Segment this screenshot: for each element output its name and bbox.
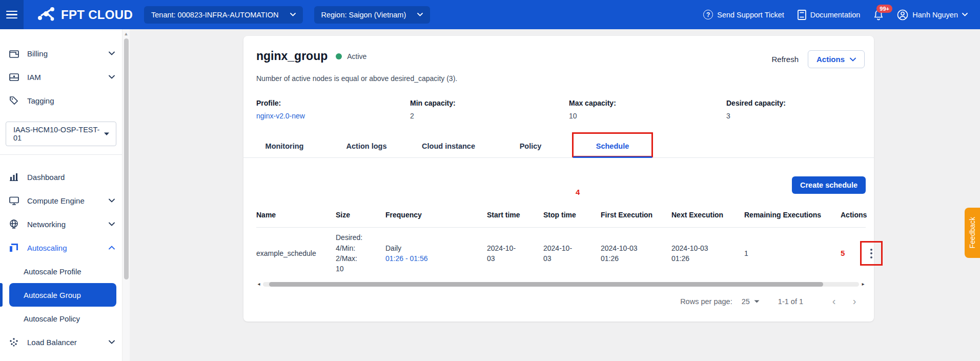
tab-schedule[interactable]: Schedule: [571, 134, 654, 157]
chevron-down-icon: [109, 222, 115, 226]
tab-monitoring[interactable]: Monitoring: [243, 134, 325, 157]
sidebar-item-dashboard[interactable]: Dashboard: [0, 165, 122, 189]
rows-per-page-select[interactable]: 25: [742, 297, 760, 306]
feedback-tab[interactable]: Feedback: [965, 208, 980, 258]
cell-first-execution: 2024-10-03 01:26: [601, 243, 671, 264]
send-support-ticket-link[interactable]: ? Send Support Ticket: [703, 10, 784, 19]
sidebar-subitem-autoscale-group[interactable]: Autoscale Group: [9, 283, 116, 307]
scroll-right-arrow-icon[interactable]: ▸: [861, 281, 866, 287]
sidebar-subitem-autoscale-profile[interactable]: Autoscale Profile: [0, 259, 122, 283]
cell-start-time: 2024-10- 03: [487, 243, 543, 264]
annotation-box-kebab: [860, 241, 883, 266]
size-line: 10: [336, 264, 380, 274]
sidebar-item-label: Networking: [27, 220, 66, 229]
monitor-icon: [8, 196, 19, 205]
create-schedule-button[interactable]: Create schedule: [792, 176, 866, 194]
previous-page-button[interactable]: ‹: [824, 295, 844, 307]
tab-action-logs[interactable]: Action logs: [325, 134, 407, 157]
sidebar-item-load-balancer[interactable]: Load Balancer: [0, 330, 122, 354]
sidebar-item-label: Load Balancer: [27, 338, 77, 347]
region-selector[interactable]: Region: Saigon (Vietnam): [314, 6, 431, 24]
sidebar-scrollbar[interactable]: ▲: [122, 29, 130, 361]
chevron-down-icon: [109, 340, 115, 344]
frequency-value: Daily: [385, 243, 482, 253]
profile-label: Profile:: [256, 99, 410, 107]
sidebar-item-label: IAM: [27, 73, 41, 82]
tab-policy[interactable]: Policy: [489, 134, 571, 157]
sidebar-item-networking[interactable]: Networking: [0, 212, 122, 236]
topbar-right-group: ? Send Support Ticket Documentation: [703, 9, 968, 21]
next-page-button[interactable]: ›: [844, 295, 865, 307]
sidebar-subitem-label: Autoscale Group: [24, 291, 81, 299]
app-window: FPT CLOUD Tenant: 000823-INFRA-AUTOMATIO…: [0, 0, 980, 361]
tab-label: Monitoring: [266, 142, 304, 150]
tab-label: Action logs: [346, 142, 387, 150]
top-navbar: FPT CLOUD Tenant: 000823-INFRA-AUTOMATIO…: [0, 0, 980, 29]
max-capacity-label: Max capacity:: [569, 99, 726, 107]
project-select[interactable]: IAAS-HCM10-OSP-TEST-01: [6, 122, 116, 146]
tab-cloud-instance[interactable]: Cloud instance: [407, 134, 489, 157]
tag-icon: [8, 96, 19, 105]
feedback-label: Feedback: [968, 217, 976, 248]
hamburger-menu-button[interactable]: [0, 0, 24, 29]
tenant-label: Tenant: 000823-INFRA-AUTOMATION: [151, 11, 278, 19]
support-question-icon: ?: [703, 10, 713, 19]
region-label: Region: Saigon (Vietnam): [321, 11, 406, 19]
document-icon: [798, 10, 806, 20]
sidebar-scrollbar-thumb[interactable]: [124, 38, 129, 279]
desired-capacity-label: Desired capacity:: [726, 99, 861, 107]
sidebar-subitem-label: Autoscale Profile: [24, 267, 81, 276]
cell-size: Desired: 4/Min: 2/Max: 10: [336, 232, 385, 274]
stop-time-line: 03: [543, 253, 596, 264]
scroll-left-arrow-icon[interactable]: ◂: [256, 281, 261, 287]
status-badge: Active: [347, 52, 366, 61]
main-content: nginx_group Active Refresh Actions Numbe…: [130, 29, 980, 361]
max-capacity-field: Max capacity: 10: [569, 99, 726, 120]
scroll-up-arrow-icon[interactable]: ▲: [124, 31, 129, 36]
page-title: nginx_group: [256, 49, 328, 63]
chevron-down-icon: [290, 13, 296, 16]
caret-down-icon: [104, 132, 110, 136]
sidebar-item-tagging[interactable]: Tagging: [0, 89, 122, 112]
brand-logo[interactable]: FPT CLOUD: [37, 7, 133, 23]
autoscaling-icon: [8, 243, 19, 252]
sidebar-item-container[interactable]: Container: [0, 354, 122, 361]
desired-capacity-value: 3: [726, 112, 861, 120]
table-horizontal-scrollbar[interactable]: ◂ ▸: [256, 281, 866, 287]
chevron-down-icon: [417, 13, 423, 16]
stop-time-line: 2024-10-: [543, 243, 596, 253]
profile-link[interactable]: nginx-v2.0-new: [256, 112, 410, 120]
size-line: 2/Max:: [336, 253, 380, 264]
refresh-button[interactable]: Refresh: [771, 55, 799, 64]
cell-actions: 5: [841, 241, 883, 266]
sidebar-item-iam[interactable]: IAM: [0, 65, 122, 89]
tenant-selector[interactable]: Tenant: 000823-INFRA-AUTOMATION: [144, 6, 302, 24]
documentation-label: Documentation: [810, 11, 861, 19]
notifications-button[interactable]: 99+: [873, 9, 884, 21]
sidebar-item-compute-engine[interactable]: Compute Engine: [0, 189, 122, 212]
row-actions-kebab-button[interactable]: [867, 246, 875, 262]
sidebar-item-autoscaling[interactable]: Autoscaling: [0, 236, 122, 259]
frequency-time-link[interactable]: 01:26 - 01:56: [385, 253, 482, 264]
bar-chart-icon: [8, 173, 19, 181]
support-label: Send Support Ticket: [717, 11, 784, 19]
sidebar-subitem-autoscale-policy[interactable]: Autoscale Policy: [0, 307, 122, 330]
table-row: example_schedule Desired: 4/Min: 2/Max: …: [256, 228, 866, 279]
scrollbar-thumb[interactable]: [269, 282, 824, 287]
cell-name: example_schedule: [256, 248, 336, 258]
documentation-link[interactable]: Documentation: [798, 10, 861, 20]
sidebar-item-billing[interactable]: Billing: [0, 42, 122, 65]
column-header-start-time: Start time: [487, 210, 543, 220]
scrollbar-track[interactable]: [263, 282, 859, 287]
actions-label: Actions: [816, 55, 845, 64]
profile-field: Profile: nginx-v2.0-new: [256, 99, 410, 120]
min-capacity-field: Min capacity: 2: [410, 99, 569, 120]
sidebar-item-label: Tagging: [27, 96, 54, 105]
user-menu[interactable]: Hanh Nguyen: [897, 9, 968, 21]
column-header-first-execution: First Execution: [601, 210, 671, 220]
tab-label: Schedule: [596, 142, 629, 150]
project-select-value: IAAS-HCM10-OSP-TEST-01: [13, 126, 104, 142]
actions-dropdown-button[interactable]: Actions: [808, 50, 865, 68]
user-avatar-icon: [897, 9, 908, 21]
chevron-down-icon: [109, 198, 115, 203]
